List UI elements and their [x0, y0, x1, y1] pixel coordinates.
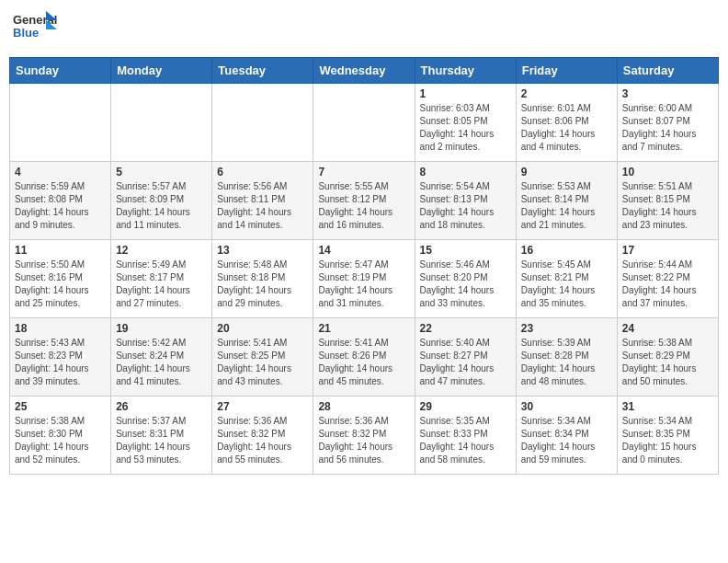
day-number: 17	[622, 244, 713, 257]
day-info: Sunrise: 5:49 AM Sunset: 8:17 PM Dayligh…	[116, 259, 207, 310]
day-number: 8	[420, 166, 511, 178]
day-cell: 1Sunrise: 6:03 AM Sunset: 8:05 PM Daylig…	[415, 84, 516, 162]
day-info: Sunrise: 5:39 AM Sunset: 8:28 PM Dayligh…	[521, 337, 612, 388]
day-number: 7	[318, 166, 409, 178]
day-number: 28	[318, 400, 409, 413]
day-number: 11	[15, 244, 106, 257]
day-info: Sunrise: 5:47 AM Sunset: 8:19 PM Dayligh…	[318, 259, 409, 310]
day-cell: 10Sunrise: 5:51 AM Sunset: 8:15 PM Dayli…	[617, 162, 718, 240]
day-info: Sunrise: 5:54 AM Sunset: 8:13 PM Dayligh…	[420, 180, 511, 232]
day-cell: 17Sunrise: 5:44 AM Sunset: 8:22 PM Dayli…	[617, 240, 718, 318]
day-cell: 3Sunrise: 6:00 AM Sunset: 8:07 PM Daylig…	[617, 84, 718, 162]
day-cell: 21Sunrise: 5:41 AM Sunset: 8:26 PM Dayli…	[313, 318, 415, 396]
calendar-table: SundayMondayTuesdayWednesdayThursdayFrid…	[9, 57, 719, 475]
day-header-wednesday: Wednesday	[313, 58, 415, 84]
day-cell: 15Sunrise: 5:46 AM Sunset: 8:20 PM Dayli…	[415, 240, 516, 318]
day-cell: 5Sunrise: 5:57 AM Sunset: 8:09 PM Daylig…	[111, 162, 212, 240]
day-number: 20	[217, 322, 308, 335]
day-number: 2	[521, 87, 612, 100]
day-number: 14	[318, 244, 409, 257]
day-number: 21	[318, 322, 409, 335]
day-info: Sunrise: 5:46 AM Sunset: 8:20 PM Dayligh…	[420, 259, 511, 310]
day-info: Sunrise: 5:36 AM Sunset: 8:32 PM Dayligh…	[318, 415, 409, 466]
day-cell: 2Sunrise: 6:01 AM Sunset: 8:06 PM Daylig…	[516, 84, 617, 162]
day-cell: 29Sunrise: 5:35 AM Sunset: 8:33 PM Dayli…	[415, 396, 516, 475]
day-info: Sunrise: 6:01 AM Sunset: 8:06 PM Dayligh…	[521, 102, 612, 154]
day-cell: 31Sunrise: 5:34 AM Sunset: 8:35 PM Dayli…	[617, 396, 718, 475]
day-header-monday: Monday	[111, 58, 212, 84]
day-number: 29	[420, 400, 511, 413]
day-number: 25	[15, 400, 106, 413]
day-info: Sunrise: 5:51 AM Sunset: 8:15 PM Dayligh…	[622, 180, 713, 232]
day-info: Sunrise: 5:38 AM Sunset: 8:30 PM Dayligh…	[15, 415, 106, 466]
day-info: Sunrise: 5:34 AM Sunset: 8:34 PM Dayligh…	[521, 415, 612, 466]
day-number: 12	[116, 244, 207, 257]
day-info: Sunrise: 5:57 AM Sunset: 8:09 PM Dayligh…	[116, 180, 207, 232]
day-number: 31	[622, 400, 713, 413]
day-info: Sunrise: 5:34 AM Sunset: 8:35 PM Dayligh…	[622, 415, 713, 466]
day-number: 5	[116, 166, 207, 178]
day-info: Sunrise: 5:50 AM Sunset: 8:16 PM Dayligh…	[15, 259, 106, 310]
day-cell: 9Sunrise: 5:53 AM Sunset: 8:14 PM Daylig…	[516, 162, 617, 240]
day-info: Sunrise: 5:59 AM Sunset: 8:08 PM Dayligh…	[15, 180, 106, 232]
day-info: Sunrise: 5:42 AM Sunset: 8:24 PM Dayligh…	[116, 337, 207, 388]
day-cell: 14Sunrise: 5:47 AM Sunset: 8:19 PM Dayli…	[313, 240, 415, 318]
day-cell: 24Sunrise: 5:38 AM Sunset: 8:29 PM Dayli…	[617, 318, 718, 396]
day-info: Sunrise: 5:45 AM Sunset: 8:21 PM Dayligh…	[521, 259, 612, 310]
day-number: 23	[521, 322, 612, 335]
day-info: Sunrise: 5:41 AM Sunset: 8:26 PM Dayligh…	[318, 337, 409, 388]
week-row-5: 25Sunrise: 5:38 AM Sunset: 8:30 PM Dayli…	[10, 396, 719, 475]
day-cell: 7Sunrise: 5:55 AM Sunset: 8:12 PM Daylig…	[313, 162, 415, 240]
day-cell: 13Sunrise: 5:48 AM Sunset: 8:18 PM Dayli…	[212, 240, 313, 318]
week-row-1: 1Sunrise: 6:03 AM Sunset: 8:05 PM Daylig…	[10, 84, 719, 162]
day-cell: 6Sunrise: 5:56 AM Sunset: 8:11 PM Daylig…	[212, 162, 313, 240]
day-header-tuesday: Tuesday	[212, 58, 313, 84]
day-number: 16	[521, 244, 612, 257]
day-cell: 8Sunrise: 5:54 AM Sunset: 8:13 PM Daylig…	[415, 162, 516, 240]
day-cell: 26Sunrise: 5:37 AM Sunset: 8:31 PM Dayli…	[111, 396, 212, 475]
day-number: 22	[420, 322, 511, 335]
day-info: Sunrise: 5:56 AM Sunset: 8:11 PM Dayligh…	[217, 180, 308, 232]
day-cell: 25Sunrise: 5:38 AM Sunset: 8:30 PM Dayli…	[10, 396, 111, 475]
day-number: 1	[420, 87, 511, 100]
day-cell	[313, 84, 415, 162]
day-cell	[10, 84, 111, 162]
day-info: Sunrise: 5:55 AM Sunset: 8:12 PM Dayligh…	[318, 180, 409, 232]
svg-text:Blue: Blue	[13, 26, 39, 40]
day-number: 10	[622, 166, 713, 178]
day-cell: 19Sunrise: 5:42 AM Sunset: 8:24 PM Dayli…	[111, 318, 212, 396]
day-number: 27	[217, 400, 308, 413]
day-info: Sunrise: 5:35 AM Sunset: 8:33 PM Dayligh…	[420, 415, 511, 466]
week-row-4: 18Sunrise: 5:43 AM Sunset: 8:23 PM Dayli…	[10, 318, 719, 396]
day-number: 15	[420, 244, 511, 257]
day-cell	[111, 84, 212, 162]
day-info: Sunrise: 5:36 AM Sunset: 8:32 PM Dayligh…	[217, 415, 308, 466]
day-number: 4	[15, 166, 106, 178]
day-cell: 28Sunrise: 5:36 AM Sunset: 8:32 PM Dayli…	[313, 396, 415, 475]
day-info: Sunrise: 6:03 AM Sunset: 8:05 PM Dayligh…	[420, 102, 511, 154]
logo-graphic: General Blue	[13, 9, 57, 50]
day-number: 19	[116, 322, 207, 335]
day-cell: 30Sunrise: 5:34 AM Sunset: 8:34 PM Dayli…	[516, 396, 617, 475]
day-cell: 27Sunrise: 5:36 AM Sunset: 8:32 PM Dayli…	[212, 396, 313, 475]
logo: General Blue	[13, 9, 57, 50]
day-info: Sunrise: 5:43 AM Sunset: 8:23 PM Dayligh…	[15, 337, 106, 388]
day-header-saturday: Saturday	[617, 58, 718, 84]
day-number: 30	[521, 400, 612, 413]
day-cell: 18Sunrise: 5:43 AM Sunset: 8:23 PM Dayli…	[10, 318, 111, 396]
header-row: SundayMondayTuesdayWednesdayThursdayFrid…	[10, 58, 719, 84]
day-header-friday: Friday	[516, 58, 617, 84]
day-number: 18	[15, 322, 106, 335]
day-header-thursday: Thursday	[415, 58, 516, 84]
day-number: 6	[217, 166, 308, 178]
day-number: 9	[521, 166, 612, 178]
day-number: 13	[217, 244, 308, 257]
day-cell: 4Sunrise: 5:59 AM Sunset: 8:08 PM Daylig…	[10, 162, 111, 240]
day-info: Sunrise: 5:48 AM Sunset: 8:18 PM Dayligh…	[217, 259, 308, 310]
day-info: Sunrise: 5:40 AM Sunset: 8:27 PM Dayligh…	[420, 337, 511, 388]
week-row-2: 4Sunrise: 5:59 AM Sunset: 8:08 PM Daylig…	[10, 162, 719, 240]
day-number: 24	[622, 322, 713, 335]
day-number: 26	[116, 400, 207, 413]
week-row-3: 11Sunrise: 5:50 AM Sunset: 8:16 PM Dayli…	[10, 240, 719, 318]
day-cell: 11Sunrise: 5:50 AM Sunset: 8:16 PM Dayli…	[10, 240, 111, 318]
